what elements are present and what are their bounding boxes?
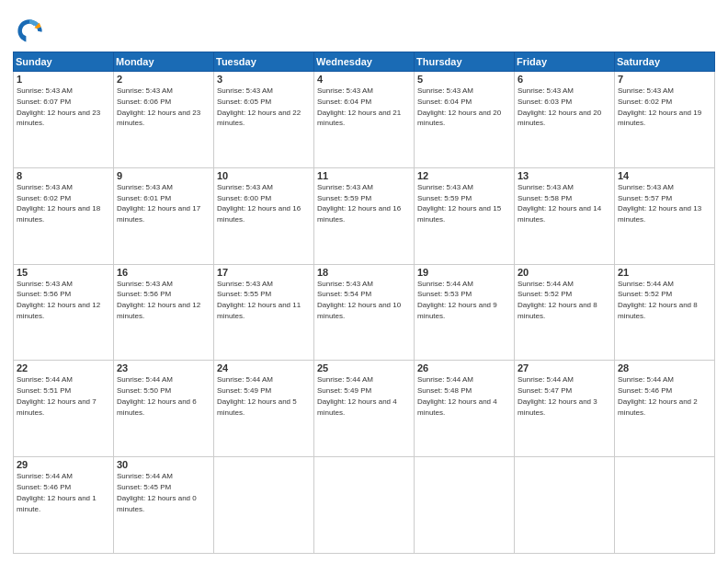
day-number: 23 bbox=[117, 362, 210, 373]
day-info: Sunrise: 5:43 AMSunset: 5:56 PMDaylight:… bbox=[117, 280, 200, 320]
day-header-sunday: Sunday bbox=[14, 52, 114, 72]
day-cell-20: 20Sunrise: 5:44 AMSunset: 5:52 PMDayligh… bbox=[515, 264, 615, 361]
header bbox=[13, 9, 715, 46]
day-cell-24: 24Sunrise: 5:44 AMSunset: 5:49 PMDayligh… bbox=[214, 361, 314, 457]
day-number: 18 bbox=[317, 267, 411, 278]
day-info: Sunrise: 5:43 AMSunset: 6:03 PMDaylight:… bbox=[518, 86, 601, 127]
day-cell-16: 16Sunrise: 5:43 AMSunset: 5:56 PMDayligh… bbox=[114, 264, 214, 361]
day-number: 19 bbox=[417, 267, 511, 278]
day-cell-5: 5Sunrise: 5:43 AMSunset: 6:04 PMDaylight… bbox=[415, 72, 515, 168]
day-cell-14: 14Sunrise: 5:43 AMSunset: 5:57 PMDayligh… bbox=[615, 167, 715, 264]
day-info: Sunrise: 5:43 AMSunset: 5:58 PMDaylight:… bbox=[518, 183, 601, 224]
day-cell-4: 4Sunrise: 5:43 AMSunset: 6:04 PMDaylight… bbox=[314, 72, 415, 168]
calendar-header-row: SundayMondayTuesdayWednesdayThursdayFrid… bbox=[14, 52, 715, 72]
calendar-week-4: 22Sunrise: 5:44 AMSunset: 5:51 PMDayligh… bbox=[14, 361, 715, 457]
day-info: Sunrise: 5:43 AMSunset: 6:02 PMDaylight:… bbox=[17, 183, 100, 224]
day-info: Sunrise: 5:43 AMSunset: 6:04 PMDaylight:… bbox=[317, 86, 401, 127]
day-header-tuesday: Tuesday bbox=[214, 52, 314, 72]
day-info: Sunrise: 5:43 AMSunset: 6:04 PMDaylight:… bbox=[417, 86, 501, 127]
day-info: Sunrise: 5:43 AMSunset: 5:59 PMDaylight:… bbox=[417, 183, 501, 224]
day-cell-15: 15Sunrise: 5:43 AMSunset: 5:56 PMDayligh… bbox=[14, 264, 114, 361]
day-number: 27 bbox=[518, 362, 611, 373]
day-info: Sunrise: 5:43 AMSunset: 5:55 PMDaylight:… bbox=[217, 280, 301, 320]
day-info: Sunrise: 5:44 AMSunset: 5:52 PMDaylight:… bbox=[618, 280, 698, 320]
day-info: Sunrise: 5:44 AMSunset: 5:53 PMDaylight:… bbox=[417, 280, 497, 320]
day-cell-8: 8Sunrise: 5:43 AMSunset: 6:02 PMDaylight… bbox=[14, 167, 114, 264]
empty-cell bbox=[615, 457, 715, 554]
day-info: Sunrise: 5:44 AMSunset: 5:52 PMDaylight:… bbox=[518, 280, 597, 320]
calendar-week-2: 8Sunrise: 5:43 AMSunset: 6:02 PMDaylight… bbox=[14, 167, 715, 264]
day-cell-30: 30Sunrise: 5:44 AMSunset: 5:45 PMDayligh… bbox=[114, 457, 214, 554]
day-number: 21 bbox=[618, 267, 711, 278]
day-number: 15 bbox=[17, 267, 110, 278]
day-number: 1 bbox=[17, 74, 110, 85]
day-info: Sunrise: 5:43 AMSunset: 6:01 PMDaylight:… bbox=[117, 183, 200, 224]
day-cell-28: 28Sunrise: 5:44 AMSunset: 5:46 PMDayligh… bbox=[615, 361, 715, 457]
calendar-week-1: 1Sunrise: 5:43 AMSunset: 6:07 PMDaylight… bbox=[14, 72, 715, 168]
day-info: Sunrise: 5:44 AMSunset: 5:48 PMDaylight:… bbox=[417, 375, 497, 416]
logo bbox=[13, 13, 50, 46]
day-number: 22 bbox=[17, 362, 110, 373]
day-number: 17 bbox=[217, 267, 311, 278]
day-cell-9: 9Sunrise: 5:43 AMSunset: 6:01 PMDaylight… bbox=[114, 167, 214, 264]
day-info: Sunrise: 5:43 AMSunset: 6:00 PMDaylight:… bbox=[217, 183, 301, 224]
day-info: Sunrise: 5:43 AMSunset: 6:05 PMDaylight:… bbox=[217, 86, 301, 127]
day-info: Sunrise: 5:44 AMSunset: 5:47 PMDaylight:… bbox=[518, 375, 597, 416]
day-cell-27: 27Sunrise: 5:44 AMSunset: 5:47 PMDayligh… bbox=[515, 361, 615, 457]
day-cell-21: 21Sunrise: 5:44 AMSunset: 5:52 PMDayligh… bbox=[615, 264, 715, 361]
day-number: 12 bbox=[417, 170, 511, 181]
calendar-week-5: 29Sunrise: 5:44 AMSunset: 5:46 PMDayligh… bbox=[14, 457, 715, 554]
empty-cell bbox=[515, 457, 615, 554]
day-header-wednesday: Wednesday bbox=[314, 52, 415, 72]
day-header-monday: Monday bbox=[114, 52, 214, 72]
day-number: 10 bbox=[217, 170, 311, 181]
day-cell-25: 25Sunrise: 5:44 AMSunset: 5:49 PMDayligh… bbox=[314, 361, 415, 457]
day-info: Sunrise: 5:43 AMSunset: 5:54 PMDaylight:… bbox=[317, 280, 401, 320]
day-number: 28 bbox=[618, 362, 711, 373]
day-info: Sunrise: 5:43 AMSunset: 5:57 PMDaylight:… bbox=[618, 183, 701, 224]
day-cell-13: 13Sunrise: 5:43 AMSunset: 5:58 PMDayligh… bbox=[515, 167, 615, 264]
day-cell-7: 7Sunrise: 5:43 AMSunset: 6:02 PMDaylight… bbox=[615, 72, 715, 168]
day-number: 30 bbox=[117, 459, 210, 470]
empty-cell bbox=[415, 457, 515, 554]
empty-cell bbox=[314, 457, 415, 554]
day-cell-23: 23Sunrise: 5:44 AMSunset: 5:50 PMDayligh… bbox=[114, 361, 214, 457]
calendar-week-3: 15Sunrise: 5:43 AMSunset: 5:56 PMDayligh… bbox=[14, 264, 715, 361]
day-info: Sunrise: 5:43 AMSunset: 6:06 PMDaylight:… bbox=[117, 86, 200, 127]
day-cell-6: 6Sunrise: 5:43 AMSunset: 6:03 PMDaylight… bbox=[515, 72, 615, 168]
day-info: Sunrise: 5:43 AMSunset: 5:56 PMDaylight:… bbox=[17, 280, 100, 320]
day-number: 14 bbox=[618, 170, 711, 181]
day-number: 2 bbox=[117, 74, 210, 85]
day-number: 11 bbox=[317, 170, 411, 181]
day-info: Sunrise: 5:44 AMSunset: 5:51 PMDaylight:… bbox=[17, 375, 97, 416]
day-header-friday: Friday bbox=[515, 52, 615, 72]
day-number: 24 bbox=[217, 362, 311, 373]
day-info: Sunrise: 5:44 AMSunset: 5:46 PMDaylight:… bbox=[618, 375, 698, 416]
day-info: Sunrise: 5:43 AMSunset: 6:02 PMDaylight:… bbox=[618, 86, 701, 127]
day-number: 13 bbox=[518, 170, 611, 181]
day-cell-3: 3Sunrise: 5:43 AMSunset: 6:05 PMDaylight… bbox=[214, 72, 314, 168]
day-number: 4 bbox=[317, 74, 411, 85]
page: SundayMondayTuesdayWednesdayThursdayFrid… bbox=[0, 0, 728, 563]
day-cell-11: 11Sunrise: 5:43 AMSunset: 5:59 PMDayligh… bbox=[314, 167, 415, 264]
day-header-saturday: Saturday bbox=[615, 52, 715, 72]
day-info: Sunrise: 5:44 AMSunset: 5:45 PMDaylight:… bbox=[117, 472, 197, 512]
logo-icon bbox=[13, 13, 46, 46]
day-cell-22: 22Sunrise: 5:44 AMSunset: 5:51 PMDayligh… bbox=[14, 361, 114, 457]
day-number: 5 bbox=[417, 74, 511, 85]
day-number: 16 bbox=[117, 267, 210, 278]
calendar-table: SundayMondayTuesdayWednesdayThursdayFrid… bbox=[13, 52, 715, 554]
day-number: 25 bbox=[317, 362, 411, 373]
day-cell-19: 19Sunrise: 5:44 AMSunset: 5:53 PMDayligh… bbox=[415, 264, 515, 361]
day-number: 8 bbox=[17, 170, 110, 181]
day-info: Sunrise: 5:44 AMSunset: 5:50 PMDaylight:… bbox=[117, 375, 197, 416]
day-number: 26 bbox=[417, 362, 511, 373]
day-cell-29: 29Sunrise: 5:44 AMSunset: 5:46 PMDayligh… bbox=[14, 457, 114, 554]
day-number: 9 bbox=[117, 170, 210, 181]
day-number: 7 bbox=[618, 74, 711, 85]
day-cell-18: 18Sunrise: 5:43 AMSunset: 5:54 PMDayligh… bbox=[314, 264, 415, 361]
day-cell-2: 2Sunrise: 5:43 AMSunset: 6:06 PMDaylight… bbox=[114, 72, 214, 168]
day-info: Sunrise: 5:43 AMSunset: 5:59 PMDaylight:… bbox=[317, 183, 401, 224]
day-cell-17: 17Sunrise: 5:43 AMSunset: 5:55 PMDayligh… bbox=[214, 264, 314, 361]
day-cell-26: 26Sunrise: 5:44 AMSunset: 5:48 PMDayligh… bbox=[415, 361, 515, 457]
